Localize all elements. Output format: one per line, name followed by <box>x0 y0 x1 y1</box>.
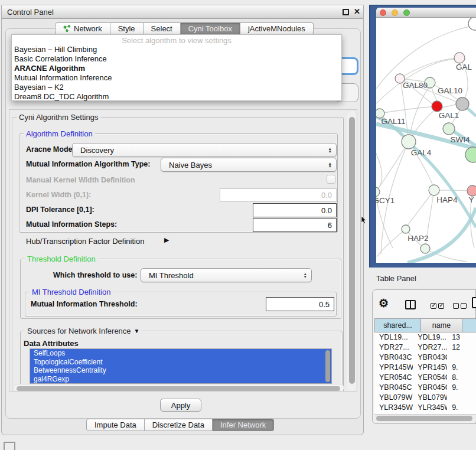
algorithm-definition-title: Algorithm Definition <box>24 129 95 138</box>
table-row[interactable]: YDR27...YDR27...12 <box>374 343 476 353</box>
network-node[interactable] <box>432 101 442 112</box>
table-panel-title: Table Panel <box>376 274 416 283</box>
docked-panel-icon[interactable] <box>4 442 15 450</box>
network-node[interactable] <box>454 53 465 63</box>
aracne-mode-select[interactable]: Discovery ▲▼ <box>72 143 337 157</box>
network-node-label: GAL10 <box>438 86 462 95</box>
bottom-tabs: Impute DataDiscretize DataInfer Network <box>86 419 274 431</box>
which-threshold-select[interactable]: MI Threshold ▲▼ <box>141 268 312 282</box>
table-cell: YBR043C <box>374 353 413 363</box>
table-cell: YBR045C <box>413 383 447 393</box>
data-attributes-list[interactable]: SelfLoopsTopologicalCoefficientBetweenne… <box>30 348 332 384</box>
settings-vertical-scrollbar[interactable] <box>347 111 356 391</box>
table-header: shared...nameA <box>374 318 476 332</box>
dpi-tolerance-input[interactable]: 0.0 <box>253 203 337 217</box>
network-node[interactable] <box>467 185 476 196</box>
zoom-traffic-light-icon[interactable] <box>403 9 410 16</box>
split-columns-icon[interactable] <box>405 300 416 309</box>
table-row[interactable]: YPR145WYPR145W9. <box>374 363 476 373</box>
tab-network[interactable]: Network <box>55 22 110 35</box>
network-node[interactable] <box>429 185 439 195</box>
network-node[interactable] <box>420 244 430 253</box>
network-view-frame[interactable]: GALGAL80GAL10GAL1GAL11SWI4GAL4GCY1HAP4YH… <box>369 5 476 268</box>
network-node[interactable] <box>443 123 455 135</box>
collapsed-arrow-icon[interactable]: ▶ <box>164 236 169 244</box>
minimize-traffic-light-icon[interactable] <box>392 9 398 16</box>
table-row[interactable]: YLR345WYLR345W9. <box>374 403 476 413</box>
settings-horizontal-scrollbar[interactable] <box>14 384 344 392</box>
network-node[interactable] <box>468 18 476 30</box>
close-window-icon[interactable]: ✕ <box>354 7 360 16</box>
table-cell: YER054C <box>374 373 413 383</box>
network-node[interactable] <box>402 225 410 233</box>
select-all-checkbox-icon[interactable]: ✓ <box>438 303 444 309</box>
tab-impute-data[interactable]: Impute Data <box>86 419 145 431</box>
table-horizontal-scrollbar[interactable] <box>374 414 476 422</box>
attribute-item[interactable]: gal4RGexp <box>30 375 331 384</box>
table-row[interactable]: YDL19...YDL19...13 <box>374 332 476 343</box>
mi-threshold-input[interactable]: 0.5 <box>266 297 334 311</box>
network-canvas[interactable]: GALGAL80GAL10GAL1GAL11SWI4GAL4GCY1HAP4YH… <box>376 18 476 263</box>
column-header[interactable]: A <box>462 318 476 332</box>
column-header[interactable]: shared... <box>374 318 421 332</box>
column-header[interactable]: name <box>421 318 462 332</box>
network-node[interactable] <box>465 147 476 162</box>
network-window-titlebar[interactable] <box>376 8 476 18</box>
threshold-definition-title: Threshold Definition <box>25 255 98 263</box>
network-edge[interactable] <box>442 104 456 107</box>
tab-jactivemnodules[interactable]: jActiveMNodules <box>240 22 314 35</box>
hub-definition-label[interactable]: Hub/Transcription Factor Definition <box>26 237 144 246</box>
mi-type-select[interactable]: Naive Bayes ▲▼ <box>161 158 337 172</box>
network-node[interactable] <box>402 135 416 149</box>
mi-threshold-label: Mutual Information Threshold: <box>31 300 138 308</box>
attribute-item[interactable]: TopologicalCoefficient <box>30 358 331 367</box>
algorithm-option[interactable]: ARACNE Algorithm <box>12 64 341 73</box>
settings-scroll-viewport: Cyni Algorithm Settings Algorithm Defini… <box>9 109 357 392</box>
select-all-checkbox-icon[interactable]: ✓ <box>431 303 436 309</box>
network-edge[interactable] <box>380 107 432 113</box>
algorithm-option[interactable]: Mutual Information Inference <box>12 73 341 83</box>
deselect-all-checkbox-icon[interactable] <box>453 303 459 309</box>
attribute-item[interactable]: BetweennessCentrality <box>30 366 331 375</box>
table-row[interactable]: YBR045CYBR045C9. <box>374 383 476 393</box>
which-threshold-value: MI Threshold <box>149 271 194 280</box>
attribute-item[interactable]: SelfLoops <box>30 349 331 358</box>
network-edge[interactable] <box>407 190 434 226</box>
apply-button[interactable]: Apply <box>160 399 201 412</box>
kernel-width-input[interactable]: 0.0 <box>220 188 337 202</box>
tab-cyni-toolbox[interactable]: Cyni Toolbox <box>181 22 240 35</box>
expanded-arrow-icon[interactable]: ▼ <box>134 328 140 334</box>
manual-kernel-checkbox[interactable] <box>327 175 335 184</box>
list-scrollbar[interactable] <box>325 350 330 382</box>
table-cell: 9. <box>447 383 476 393</box>
algorithm-option[interactable]: Basic Correlation Inference <box>12 54 341 64</box>
tab-style[interactable]: Style <box>110 22 144 35</box>
mi-steps-input[interactable]: 6 <box>253 218 337 232</box>
table-cell <box>447 353 476 363</box>
close-traffic-light-icon[interactable] <box>380 9 386 16</box>
algorithm-option[interactable]: Dream8 DC_TDC Algorithm <box>12 92 341 102</box>
control-panel-titlebar[interactable]: Control Panel ✕ <box>2 5 363 19</box>
float-window-icon[interactable] <box>343 9 349 15</box>
table-cell: 8. <box>447 373 476 383</box>
tab-discretize-data[interactable]: Discretize Data <box>145 419 213 431</box>
algorithm-option[interactable]: Bayesian – K2 <box>12 83 341 92</box>
document-icon[interactable] <box>472 297 476 308</box>
gear-icon[interactable]: ⚙ <box>379 298 389 309</box>
algorithm-option[interactable]: Bayesian – Hill Climbing <box>12 45 341 54</box>
deselect-all-checkbox-icon[interactable] <box>461 303 467 309</box>
network-node[interactable] <box>456 97 469 110</box>
table-row[interactable]: YER054CYER054C8. <box>374 373 476 383</box>
tab-infer-network[interactable]: Infer Network <box>213 419 274 431</box>
tab-select[interactable]: Select <box>144 22 181 35</box>
table-cell: 12 <box>447 343 476 353</box>
table-row[interactable]: YBR043CYBR043C <box>374 353 476 363</box>
table-row[interactable]: YBL079WYBL079W <box>374 393 476 403</box>
table-cell: YPR145W <box>374 363 413 373</box>
table-cell: YPR145W <box>413 363 447 373</box>
network-node-label: SWI4 <box>450 135 470 144</box>
table-cell: YLR345W <box>374 403 413 413</box>
network-node[interactable] <box>376 187 380 197</box>
network-node-label: GAL <box>456 63 472 71</box>
network-edge[interactable] <box>400 58 459 79</box>
